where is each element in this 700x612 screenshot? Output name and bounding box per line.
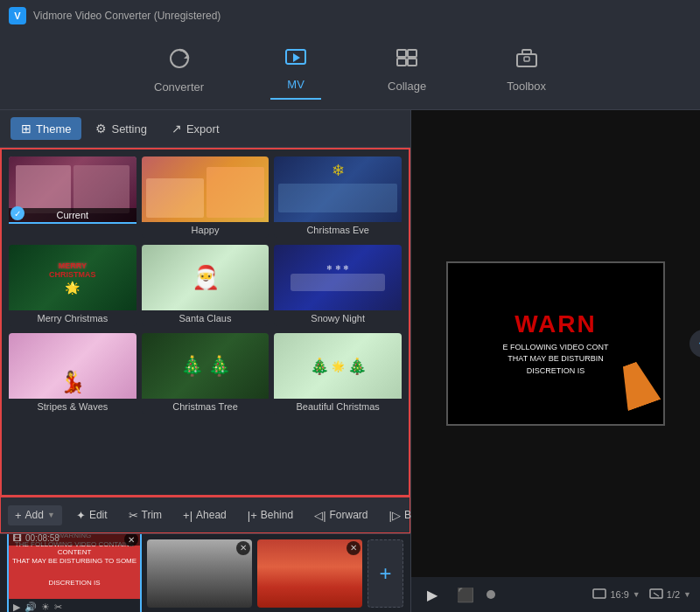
toolbox-label: Toolbox xyxy=(507,80,546,93)
clip-thumb-1: 🎞 00:08:58 WARNINGTHE FOLLOWING VIDEO CO… xyxy=(9,533,140,599)
tab-setting[interactable]: ⚙ Setting xyxy=(85,117,157,140)
add-icon: + xyxy=(15,509,22,522)
theme-label-merry-christmas: Merry Christmas xyxy=(9,310,136,326)
preview-warn-text: WARN xyxy=(514,310,597,338)
forward-label: Forward xyxy=(330,509,368,521)
tab-theme[interactable]: ⊞ Theme xyxy=(10,117,81,140)
theme-card-merry-christmas[interactable]: MERRY CHRISTMAS 🌟 Merry Christmas xyxy=(9,245,136,326)
theme-card-current[interactable]: Current ✓ xyxy=(9,156,136,238)
theme-card-snowy-night[interactable]: ❄ ❄ ❄ Snowy Night xyxy=(274,245,402,326)
behind-icon: |+ xyxy=(248,509,257,522)
svg-rect-9 xyxy=(524,57,529,61)
resolution-selector[interactable]: 1/2 ▼ xyxy=(649,588,691,601)
theme-row: 💃 Stripes & Waves 🎄 🎄 Christmas Tree xyxy=(9,333,402,414)
add-button[interactable]: + Add ▼ xyxy=(8,505,62,525)
theme-card-christmas-eve[interactable]: ❄ Christmas Eve xyxy=(274,156,402,238)
clip-volume-icon[interactable]: 🔊 xyxy=(24,602,37,612)
nav-item-converter[interactable]: Converter xyxy=(140,40,218,101)
theme-label-stripes-waves: Stripes & Waves xyxy=(9,399,136,414)
theme-thumb-stripes-waves: 💃 xyxy=(9,333,136,399)
mv-label: MV xyxy=(287,78,304,91)
top-navigation: Converter MV Collage Toolbox xyxy=(0,31,700,110)
theme-label-beautiful-christmas: Beautiful Christmas xyxy=(274,399,402,414)
clip-close-btn-3[interactable]: ✕ xyxy=(346,541,360,555)
sub-tabs: ⊞ Theme ⚙ Setting ↗ Export xyxy=(0,110,410,148)
theme-tab-icon: ⊞ xyxy=(21,122,32,136)
clip-thumb-2: ✕ xyxy=(147,539,252,608)
ratio-selector[interactable]: 16:9 ▼ xyxy=(592,588,640,601)
clip-play-icon[interactable]: ▶ xyxy=(13,602,20,612)
resolution-value: 1/2 xyxy=(667,589,680,600)
converter-label: Converter xyxy=(154,80,204,94)
setting-tab-label: Setting xyxy=(111,122,146,136)
backward-icon: |▷ xyxy=(389,509,401,522)
forward-icon: ◁| xyxy=(314,509,326,522)
svg-rect-8 xyxy=(517,54,536,66)
preview-area: WARN E FOLLOWING VIDEO CONTTHAT MAY BE D… xyxy=(411,110,700,577)
clip-overlay-1: 🎞 00:08:58 xyxy=(9,533,140,546)
export-tab-icon: ↗ xyxy=(172,122,182,136)
add-dropdown-arrow: ▼ xyxy=(47,511,55,519)
theme-card-christmas-tree[interactable]: 🎄 🎄 Christmas Tree xyxy=(142,333,270,414)
preview-body-text: E FOLLOWING VIDEO CONTTHAT MAY BE DISTUR… xyxy=(502,342,608,378)
mv-icon xyxy=(284,48,307,73)
behind-button[interactable]: |+ Behind xyxy=(241,505,300,525)
add-label: Add xyxy=(25,509,44,521)
collage-label: Collage xyxy=(388,80,426,93)
add-media-button[interactable]: + xyxy=(690,330,700,358)
check-badge: ✓ xyxy=(10,206,24,220)
ahead-label: Ahead xyxy=(196,509,227,521)
stop-button[interactable]: ⬛ xyxy=(453,582,478,607)
trim-label: Trim xyxy=(142,509,163,521)
resolution-dropdown-icon: ▼ xyxy=(683,590,691,599)
timeline-clip-1[interactable]: 🎞 00:08:58 WARNINGTHE FOLLOWING VIDEO CO… xyxy=(7,533,142,612)
toolbar-strip: + Add ▼ ✦ Edit ✂ Trim +| Ahead |+ Be xyxy=(0,497,410,533)
theme-thumb-snowy-night: ❄ ❄ ❄ xyxy=(274,245,402,310)
theme-thumb-christmas-tree: 🎄 🎄 xyxy=(142,333,270,399)
play-pause-button[interactable]: ▶ xyxy=(420,582,444,607)
theme-card-happy[interactable]: Happy xyxy=(142,156,270,238)
ahead-button[interactable]: +| Ahead xyxy=(176,505,234,525)
theme-thumb-happy xyxy=(142,156,270,222)
clip-scissors-icon[interactable]: ✂ xyxy=(54,602,62,612)
theme-card-beautiful-christmas[interactable]: 🎄 🌟 🎄 Beautiful Christmas xyxy=(274,333,402,414)
ratio-value: 16:9 xyxy=(610,589,628,600)
trim-button[interactable]: ✂ Trim xyxy=(122,505,170,525)
preview-frame: WARN E FOLLOWING VIDEO CONTTHAT MAY BE D… xyxy=(446,261,665,426)
theme-thumb-beautiful-christmas: 🎄 🌟 🎄 xyxy=(274,333,402,399)
forward-button[interactable]: ◁| Forward xyxy=(307,505,374,525)
clip-filmstrip-icon: 🎞 xyxy=(13,533,22,543)
app-icon: V xyxy=(9,7,26,24)
timeline-clip-3[interactable]: ✕ xyxy=(257,539,362,608)
preview-controls: ▶ ⬛ 16:9 ▼ 1/2 ▼ xyxy=(411,577,700,612)
right-panel: WARN E FOLLOWING VIDEO CONTTHAT MAY BE D… xyxy=(411,110,700,612)
theme-grid: Current ✓ Happy xyxy=(0,148,410,497)
left-panel: ⊞ Theme ⚙ Setting ↗ Export xyxy=(0,110,411,612)
svg-rect-3 xyxy=(397,50,406,57)
theme-card-stripes-waves[interactable]: 💃 Stripes & Waves xyxy=(9,333,136,414)
clip-close-btn-2[interactable]: ✕ xyxy=(236,541,250,555)
edit-button[interactable]: ✦ Edit xyxy=(69,505,115,525)
timeline-add-button[interactable]: + xyxy=(368,539,403,608)
theme-label-santa-claus: Santa Claus xyxy=(142,310,270,326)
nav-item-toolbox[interactable]: Toolbox xyxy=(493,41,560,100)
clip-thumb-3: ✕ xyxy=(257,539,362,608)
theme-card-santa-claus[interactable]: 🎅 Santa Claus xyxy=(142,245,270,326)
nav-item-mv[interactable]: MV xyxy=(270,41,321,100)
tab-export[interactable]: ↗ Export xyxy=(161,117,230,140)
clip-sun-icon[interactable]: ☀ xyxy=(41,602,50,612)
timeline: 🎞 00:08:58 WARNINGTHE FOLLOWING VIDEO CO… xyxy=(0,533,410,612)
theme-thumb-current: Current ✓ xyxy=(9,156,136,222)
svg-rect-10 xyxy=(593,589,606,598)
theme-row: Current ✓ Happy xyxy=(9,156,402,238)
timeline-clip-2[interactable]: ✕ xyxy=(147,539,252,608)
ahead-icon: +| xyxy=(183,509,192,522)
app-title: Vidmore Video Converter (Unregistered) xyxy=(33,10,220,22)
nav-item-collage[interactable]: Collage xyxy=(374,41,440,100)
theme-label-snowy-night: Snowy Night xyxy=(274,310,402,326)
theme-tab-label: Theme xyxy=(36,122,71,136)
svg-rect-11 xyxy=(650,589,662,598)
toolbox-icon xyxy=(515,48,538,74)
collage-icon xyxy=(396,48,418,74)
converter-icon xyxy=(168,47,191,75)
